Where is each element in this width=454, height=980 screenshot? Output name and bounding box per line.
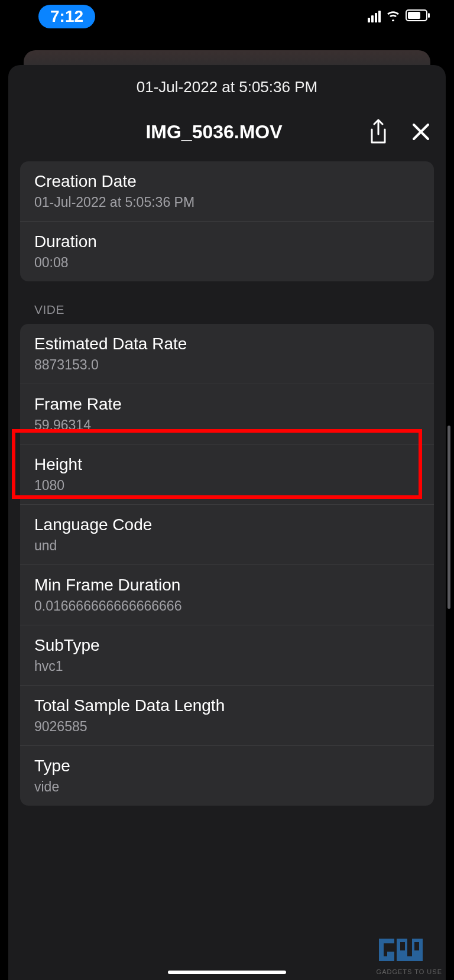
type-row: Type vide [20,746,434,806]
row-value: hvc1 [34,658,420,674]
close-icon [411,122,430,141]
wifi-icon [385,9,401,24]
row-label: Frame Rate [34,395,420,414]
row-label: Height [34,455,420,474]
scrollbar[interactable] [447,426,450,609]
status-bar: 7:12 [0,0,454,33]
row-value: 1080 [34,478,420,494]
row-value: 9026585 [34,719,420,735]
watermark-logo-icon [377,935,429,968]
language-code-row: Language Code und [20,505,434,565]
general-card: Creation Date 01-Jul-2022 at 5:05:36 PM … [20,161,434,281]
close-button[interactable] [408,119,434,145]
watermark-text: GADGETS TO USE [377,968,442,975]
row-value: 00:08 [34,255,420,271]
row-label: Min Frame Duration [34,576,420,595]
creation-date-row: Creation Date 01-Jul-2022 at 5:05:36 PM [20,161,434,222]
row-value: vide [34,779,420,795]
vide-card: Estimated Data Rate 8873153.0 Frame Rate… [20,324,434,806]
status-icons [368,9,430,24]
min-frame-duration-row: Min Frame Duration 0.016666666666666666 [20,565,434,625]
row-value: 8873153.0 [34,357,420,373]
frame-rate-row: Frame Rate 59.96314 [20,384,434,444]
cellular-signal-icon [368,11,381,22]
sheet-date: 01-Jul-2022 at 5:05:36 PM [8,78,446,96]
info-sheet: 01-Jul-2022 at 5:05:36 PM IMG_5036.MOV C… [8,65,446,980]
watermark: GADGETS TO USE [377,935,442,975]
share-icon [368,119,389,145]
status-time: 7:12 [38,5,95,28]
row-label: Duration [34,232,420,251]
total-sample-data-length-row: Total Sample Data Length 9026585 [20,686,434,746]
sheet-content: Creation Date 01-Jul-2022 at 5:05:36 PM … [8,161,446,806]
row-label: SubType [34,636,420,655]
height-row: Height 1080 [20,444,434,505]
subtype-row: SubType hvc1 [20,625,434,686]
duration-row: Duration 00:08 [20,222,434,281]
vide-section-header: VIDE [20,303,434,317]
sheet-header: 01-Jul-2022 at 5:05:36 PM IMG_5036.MOV [8,65,446,155]
sheet-title: IMG_5036.MOV [20,121,349,143]
estimated-data-rate-row: Estimated Data Rate 8873153.0 [20,324,434,384]
row-label: Total Sample Data Length [34,696,420,715]
battery-icon [406,9,430,24]
row-value: und [34,538,420,554]
share-button[interactable] [365,119,391,145]
row-value: 0.016666666666666666 [34,598,420,614]
row-label: Type [34,757,420,775]
row-label: Language Code [34,515,420,534]
row-value: 01-Jul-2022 at 5:05:36 PM [34,194,420,210]
home-indicator[interactable] [168,971,286,974]
svg-rect-2 [428,13,430,18]
row-value: 59.96314 [34,417,420,433]
row-label: Estimated Data Rate [34,335,420,353]
svg-rect-1 [408,12,420,19]
row-label: Creation Date [34,172,420,191]
